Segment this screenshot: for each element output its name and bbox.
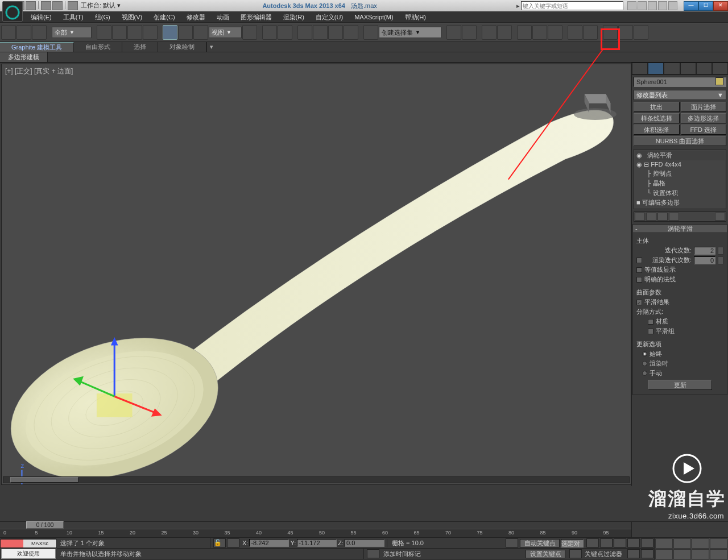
update-button[interactable]: 更新 [648,380,712,390]
qat-redo-icon[interactable] [52,1,63,10]
named-selection-dropdown[interactable]: 创建选择集▼ [379,27,441,38]
time-slider[interactable]: 0 / 100 [0,522,631,529]
render-setup-icon[interactable] [568,25,582,40]
btn-extrude[interactable]: 抗出 [634,102,680,112]
add-time-tag[interactable]: 添加时间标记 [380,550,424,558]
menu-modifiers[interactable]: 修改器 [181,12,211,22]
tab-display-icon[interactable] [696,63,712,74]
make-unique-icon[interactable] [657,213,668,221]
time-ruler[interactable]: 05101520253035404550556065707580859095 [0,529,631,538]
qat-undo-icon[interactable] [41,1,51,10]
keyboard-shortcut-icon[interactable] [278,25,292,40]
zoom-icon[interactable] [655,538,673,549]
upd-always-radio[interactable] [642,351,647,356]
percent-snap-icon[interactable] [328,25,343,40]
unlink-icon[interactable] [16,25,31,40]
sep-smg-checkbox[interactable] [648,329,653,334]
btn-polyselect[interactable]: 多边形选择 [681,113,727,123]
welcome-tab[interactable]: 欢迎使用 [1,549,56,559]
select-object-icon[interactable] [97,25,111,40]
object-name-field[interactable]: Sphere001 [634,77,726,87]
favorite-icon[interactable] [658,1,667,10]
configure-sets-icon[interactable] [715,213,725,221]
fov-icon[interactable] [655,549,673,559]
select-region-icon[interactable] [127,25,142,40]
layer-explorer-icon[interactable] [497,25,512,40]
upd-render-radio[interactable] [642,361,647,366]
upd-manual-radio[interactable] [642,371,647,376]
frame-input-icon[interactable] [641,549,653,558]
manipulate-icon[interactable] [262,25,277,40]
menu-tools[interactable]: 工具(T) [57,12,89,22]
tab-create-icon[interactable] [632,63,648,74]
snap-toggle-3-icon[interactable] [297,25,312,40]
tab-hierarchy-icon[interactable] [664,63,680,74]
help-icon[interactable] [668,1,677,10]
mirror-icon[interactable] [446,25,461,40]
x-coord-field[interactable]: -8.242 [249,539,289,547]
normals-checkbox[interactable] [636,277,642,283]
z-coord-field[interactable]: 0.0 [345,539,384,547]
ribbon-expand-icon[interactable]: ▾ [206,42,216,52]
use-pivot-icon[interactable] [242,25,257,40]
play-icon[interactable] [614,538,626,547]
isoline-checkbox[interactable] [636,267,642,273]
key-filters-link[interactable]: 关键点过滤器 [582,550,624,558]
help-search-input[interactable] [521,1,623,10]
exchange-icon[interactable] [648,1,657,10]
tab-utilities-icon[interactable] [712,63,728,74]
qat-project-icon[interactable] [68,1,78,10]
edit-named-sel-icon[interactable] [363,25,378,40]
smooth-result-checkbox[interactable] [636,300,642,305]
btn-nurbsselect[interactable]: NURBS 曲面选择 [634,136,726,146]
ribbon-tab-freeform[interactable]: 自由形式 [74,42,122,52]
application-button[interactable] [2,1,23,22]
align-icon[interactable] [462,25,477,40]
spinner-snap-icon[interactable] [344,25,358,40]
render-production-icon[interactable] [618,25,633,40]
menu-customize[interactable]: 自定义(U) [310,12,349,22]
render-iter-checkbox[interactable] [636,258,642,263]
modifier-list-dropdown[interactable]: 修改器列表▼ [634,90,726,100]
close-button[interactable]: ✕ [713,1,728,11]
btn-volumeselect[interactable]: 体积选择 [634,125,680,135]
rollout-turbosmooth-header[interactable]: 涡轮平滑 [632,224,727,233]
stack-ffd-sub-1[interactable]: ├ 晶格 [635,179,725,188]
menu-maxscript[interactable]: MAXScript(M) [349,12,399,22]
iterations-spinner-btn[interactable] [718,247,723,255]
sep-mat-checkbox[interactable] [648,319,653,325]
menu-create[interactable]: 创建(C) [148,12,180,22]
ribbon-tab-graphite[interactable]: Graphite 建模工具 [0,42,74,52]
select-by-name-icon[interactable] [112,25,127,40]
key-mode-icon[interactable] [569,549,582,558]
comm-center-icon[interactable] [506,538,518,547]
time-slider-knob[interactable]: 0 / 100 [26,521,64,529]
viewport[interactable]: [+] [正交] [真实 + 边面] [1,64,631,485]
workspace-dropdown[interactable]: 工作台: 默认 ▾ [81,1,121,10]
material-editor-icon[interactable] [548,25,562,40]
minimize-button[interactable]: — [684,1,698,11]
stack-ffd-sub-2[interactable]: └ 设置体积 [635,188,725,198]
ref-coord-dropdown[interactable]: 视图▼ [209,27,242,38]
tab-motion-icon[interactable] [680,63,696,74]
qat-save-icon[interactable] [26,1,36,10]
orbit-icon[interactable] [692,549,709,559]
render-iter-spinner[interactable]: 0 [694,256,715,264]
key-target-dropdown[interactable]: 选定对 [561,539,584,547]
menu-views[interactable]: 视图(V) [116,12,148,22]
isolate-icon[interactable] [227,538,239,547]
lock-selection-icon[interactable]: 🔓 [213,538,226,547]
btn-ffdselect[interactable]: FFD 选择 [681,125,727,135]
stack-turbosmooth[interactable]: ◉ 涡轮平滑 [635,151,725,160]
maximize-button[interactable]: ☐ [698,1,713,11]
next-frame-icon[interactable] [627,538,640,547]
zoom-all-icon[interactable] [673,538,691,549]
select-rotate-icon[interactable] [178,25,193,40]
link-icon[interactable] [1,25,16,40]
menu-animation[interactable]: 动画 [211,12,235,22]
pin-stack-icon[interactable] [635,213,645,221]
infocenter-icon[interactable] [627,1,636,10]
viewport-scrollbar-h[interactable] [3,476,630,483]
zoom-extents-icon[interactable] [692,538,709,549]
bind-spacewarp-icon[interactable] [32,25,47,40]
